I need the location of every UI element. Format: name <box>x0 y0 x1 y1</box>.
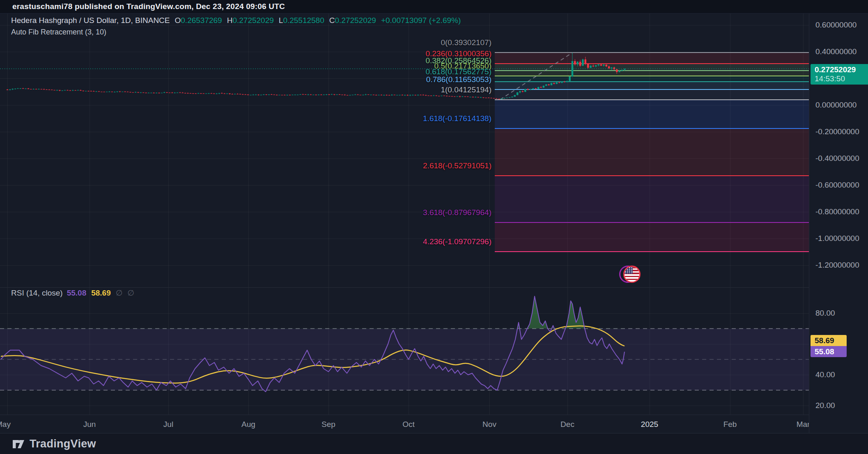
time-axis-label: Nov <box>482 415 496 433</box>
price-axis-label: -1.00000000 <box>815 234 859 243</box>
price-axis-label: 0.60000000 <box>815 20 857 30</box>
time-axis-label: Oct <box>402 415 415 433</box>
price-axis-label: -0.80000000 <box>815 207 859 217</box>
last-price-badge: 0.27252029 14:53:50 <box>811 64 868 85</box>
time-axis-label: Mar <box>797 415 809 433</box>
rsi-axis-label: 20.00 <box>815 401 835 410</box>
main-price-pane[interactable] <box>0 14 809 287</box>
rsi-ma-badge: 58.69 <box>811 335 847 346</box>
last-price: 0.27252029 <box>815 65 868 74</box>
time-axis-label: Jun <box>83 415 96 433</box>
time-scale[interactable]: MayJunJulAugSepOctNovDec2025FebMar <box>0 415 809 433</box>
published-bar: erastuschami78 published on TradingView.… <box>0 0 868 14</box>
rsi-axis-label: 80.00 <box>815 308 835 318</box>
time-axis-label: Feb <box>723 415 737 433</box>
time-axis-label: Sep <box>321 415 335 433</box>
price-axis-label: 0.00000000 <box>815 100 857 110</box>
pane-divider[interactable] <box>0 287 809 288</box>
price-axis-label: -0.60000000 <box>815 180 859 190</box>
time-axis-label: May <box>0 415 11 433</box>
rsi-pane[interactable] <box>0 287 809 415</box>
time-axis-label: Dec <box>560 415 574 433</box>
price-axis-label: -0.20000000 <box>815 127 859 137</box>
rsi-value-badge: 55.08 <box>811 346 847 357</box>
tradingview-logo-icon[interactable] <box>11 437 25 451</box>
fib-bands <box>495 53 809 251</box>
published-text: erastuschami78 published on TradingView.… <box>12 2 285 11</box>
brand-bar: TradingView <box>0 433 868 454</box>
price-axis-label: 0.40000000 <box>815 47 857 57</box>
time-axis-label: Aug <box>241 415 255 433</box>
price-axis-label: -1.20000000 <box>815 260 859 270</box>
tradingview-snapshot-page: erastuschami78 published on TradingView.… <box>0 0 868 454</box>
time-axis-label: 2025 <box>641 415 658 433</box>
time-axis-label: Jul <box>163 415 173 433</box>
rsi-axis-label: 40.00 <box>815 370 835 380</box>
tradingview-brand-text[interactable]: TradingView <box>30 438 96 450</box>
us-event-flag-icon[interactable] <box>619 264 641 284</box>
usa-flag-icon <box>623 266 641 283</box>
bar-countdown: 14:53:50 <box>815 74 868 83</box>
price-scale[interactable]: 0.27252029 14:53:50 58.69 55.08 0.600000… <box>809 14 868 433</box>
price-axis-label: -0.40000000 <box>815 154 859 163</box>
